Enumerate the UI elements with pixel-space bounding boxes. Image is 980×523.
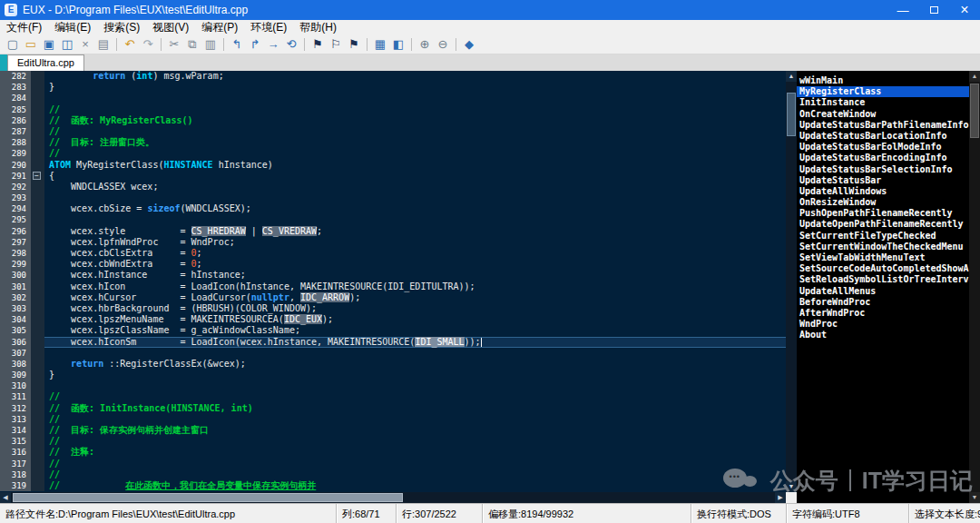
save-icon[interactable]: ▣ (41, 36, 57, 53)
code-line-303[interactable]: 303 wcex.hbrBackground = (HBRUSH)(COLOR_… (0, 303, 786, 314)
maximize-button[interactable] (918, 0, 949, 20)
function-list-item[interactable]: UpdateAllWindows (797, 186, 969, 197)
function-list-item[interactable]: OnResizeWindow (797, 197, 969, 208)
code-line-319[interactable]: 319// 在此函数中，我们在全局变量中保存实例句柄并 (0, 480, 786, 491)
panel-scroll-thumb[interactable] (970, 84, 979, 138)
redo-icon[interactable]: ↷ (140, 36, 156, 53)
panel-scroll-down-icon[interactable]: ▼ (969, 492, 980, 503)
undo-icon[interactable]: ↶ (122, 36, 138, 53)
minimize-button[interactable]: — (887, 0, 918, 20)
function-list-item[interactable]: wWinMain (797, 75, 969, 86)
hex-view-icon[interactable]: ▦ (372, 36, 388, 53)
function-list-item[interactable]: InitInstance (797, 97, 969, 108)
code-line-294[interactable]: 294 wcex.cbSize = sizeof(WNDCLASSEX); (0, 203, 786, 214)
scroll-right-arrow-icon[interactable]: ▶ (775, 492, 786, 503)
print-icon[interactable]: ▤ (95, 36, 112, 53)
code-line-284[interactable]: 284 (0, 93, 786, 104)
code-line-306[interactable]: 306 wcex.hIconSm = LoadIcon(wcex.hInstan… (0, 337, 786, 348)
code-line-308[interactable]: 308 return ::RegisterClassEx(&wcex); (0, 359, 786, 370)
code-line-291[interactable]: 291−{ (0, 171, 786, 182)
menu-help[interactable]: 帮助(H) (293, 19, 343, 36)
code-line-311[interactable]: 311// (0, 391, 786, 402)
code-line-318[interactable]: 318// (0, 469, 786, 480)
code-line-301[interactable]: 301 wcex.hIcon = LoadIcon(hInstance, MAK… (0, 281, 786, 292)
code-line-310[interactable]: 310 (0, 380, 786, 391)
menu-file[interactable]: 文件(F) (0, 19, 48, 36)
code-line-296[interactable]: 296 wcex.style = CS_HREDRAW | CS_VREDRAW… (0, 226, 786, 237)
function-list-item[interactable]: SetCurrentWindowTheCheckedMenu (797, 242, 969, 252)
function-list-item[interactable]: UpdateStatusBarEolModeInfo (797, 142, 969, 153)
code-line-314[interactable]: 314// 目标: 保存实例句柄并创建主窗口 (0, 425, 786, 436)
zoom-in-icon[interactable]: ⊕ (416, 36, 433, 53)
function-list-item[interactable]: SetSourceCodeAutoCompletedShowA (797, 263, 969, 274)
editor-vertical-scrollbar[interactable]: ▲ ▼ (786, 71, 797, 492)
function-list-item[interactable]: PushOpenPathFilenameRecently (797, 208, 969, 219)
code-line-286[interactable]: 286// 函数: MyRegisterClass() (0, 115, 786, 126)
menu-edit[interactable]: 编辑(E) (48, 19, 97, 36)
function-list-item[interactable]: WndProc (797, 319, 969, 330)
editor-hscroll-thumb[interactable] (13, 493, 403, 502)
function-list-item[interactable]: OnCreateWindow (797, 109, 969, 120)
jump-prev-icon[interactable]: ↰ (229, 36, 245, 53)
code-line-283[interactable]: 283} (0, 82, 786, 93)
code-line-302[interactable]: 302 wcex.hCursor = LoadCursor(nullptr, I… (0, 292, 786, 303)
function-list-item[interactable]: SetViewTabWidthMenuText (797, 252, 969, 263)
bookmark-prev-icon[interactable]: ⚐ (328, 36, 344, 53)
save-all-icon[interactable]: ◫ (59, 36, 75, 53)
jump-next-icon[interactable]: ↱ (247, 36, 263, 53)
scroll-down-arrow-icon[interactable]: ▼ (786, 481, 797, 492)
paste-icon[interactable]: ▥ (202, 36, 219, 53)
function-list-item[interactable]: UpdateStatusBarEncodingInfo (797, 153, 969, 163)
function-list-item[interactable]: MyRegisterClass (797, 86, 969, 97)
goto-line-icon[interactable]: → (265, 36, 281, 53)
code-line-297[interactable]: 297 wcex.lpfnWndProc = WndProc; (0, 237, 786, 248)
function-list-item[interactable]: UpdateStatusBar (797, 175, 969, 186)
cut-icon[interactable]: ✂ (166, 36, 182, 53)
code-area[interactable]: 282 return (int) msg.wParam;283}284285//… (0, 71, 786, 492)
tab-list-button[interactable] (0, 54, 7, 71)
function-list-item[interactable]: UpdateStatusBarPathFilenameInfo (797, 120, 969, 131)
code-line-289[interactable]: 289// (0, 148, 786, 159)
function-list-item[interactable]: UpdateStatusBarLocationInfo (797, 131, 969, 142)
editor-vscroll-thumb[interactable] (787, 93, 796, 136)
function-list-item[interactable]: SetCurrentFileTypeChecked (797, 231, 969, 242)
menu-view[interactable]: 视图(V) (146, 19, 195, 36)
code-line-293[interactable]: 293 (0, 192, 786, 203)
function-list-item[interactable]: UpdateStatusBarSelectionInfo (797, 164, 969, 175)
code-line-285[interactable]: 285// (0, 104, 786, 115)
code-line-298[interactable]: 298 wcex.cbClsExtra = 0; (0, 248, 786, 259)
run-icon[interactable]: ◆ (461, 36, 477, 53)
code-line-290[interactable]: 290ATOM MyRegisterClass(HINSTANCE hInsta… (0, 160, 786, 171)
code-line-317[interactable]: 317// (0, 459, 786, 469)
zoom-out-icon[interactable]: ⊖ (435, 36, 451, 53)
bookmark-toggle-icon[interactable]: ⚑ (309, 36, 326, 53)
code-line-313[interactable]: 313// (0, 414, 786, 425)
code-line-299[interactable]: 299 wcex.cbWndExtra = 0; (0, 259, 786, 270)
code-line-292[interactable]: 292 WNDCLASSEX wcex; (0, 182, 786, 192)
close-file-icon[interactable]: × (77, 36, 93, 53)
split-window-icon[interactable]: ◧ (390, 36, 407, 53)
code-line-312[interactable]: 312// 函数: InitInstance(HINSTANCE, int) (0, 403, 786, 414)
editor-horizontal-scrollbar[interactable]: ◀ ▶ (0, 492, 786, 503)
function-list-item[interactable]: UpdateOpenPathFilenameRecently (797, 219, 969, 230)
menu-search[interactable]: 搜索(S) (97, 19, 146, 36)
tab-editultra-cpp[interactable]: EditUltra.cpp (7, 54, 84, 71)
code-line-305[interactable]: 305 wcex.lpszClassName = g_acWindowClass… (0, 325, 786, 336)
function-list-item[interactable]: SetReloadSymbolListOrTreeInterva (797, 274, 969, 285)
function-list-item[interactable]: BeforeWndProc (797, 297, 969, 308)
code-line-309[interactable]: 309} (0, 370, 786, 380)
new-file-icon[interactable]: ▢ (5, 36, 21, 53)
scroll-left-arrow-icon[interactable]: ◀ (0, 492, 11, 503)
fold-marker-icon[interactable]: − (33, 172, 41, 180)
function-list-scrollbar[interactable]: ▲ ▼ (969, 71, 980, 503)
code-line-315[interactable]: 315// (0, 436, 786, 447)
code-line-316[interactable]: 316// 注释: (0, 447, 786, 458)
code-line-300[interactable]: 300 wcex.hInstance = hInstance; (0, 270, 786, 281)
function-list-item[interactable]: AfterWndProc (797, 308, 969, 319)
menu-program[interactable]: 编程(P) (195, 19, 244, 36)
code-line-307[interactable]: 307 (0, 348, 786, 359)
code-line-282[interactable]: 282 return (int) msg.wParam; (0, 71, 786, 82)
panel-scroll-up-icon[interactable]: ▲ (969, 71, 980, 82)
copy-icon[interactable]: ⧉ (184, 36, 201, 53)
bookmark-next-icon[interactable]: ⚑ (346, 36, 362, 53)
